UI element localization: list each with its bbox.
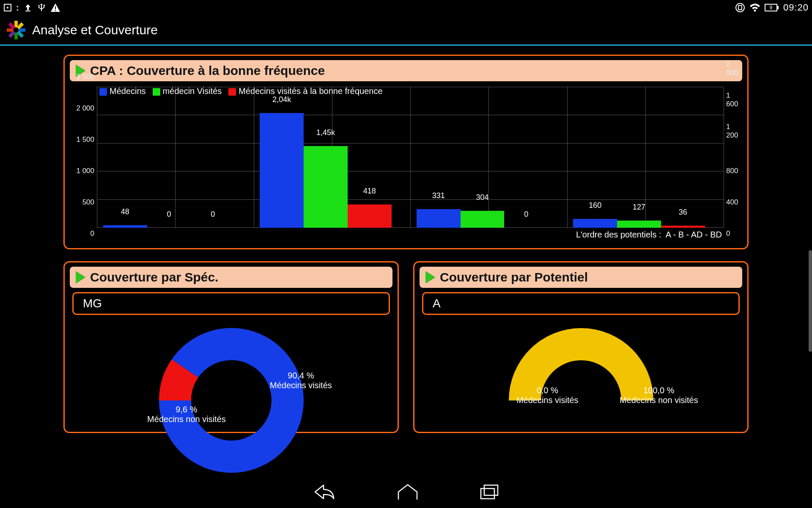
lbl-not-visited: Médecins non visités <box>147 414 226 424</box>
y-left-tick: 1 000 <box>76 167 94 175</box>
y-right-tick: 2 000 <box>726 60 742 77</box>
bar-label: 0 <box>211 210 215 219</box>
warning-icon <box>50 3 60 12</box>
card-pot-title: Couverture par Potentiel <box>440 270 588 284</box>
bar-label: 418 <box>363 187 376 196</box>
card-cpa-title: CPA : Couverture à la bonne fréquence <box>90 64 325 78</box>
pct-not-visited: 100,0 % <box>643 386 674 395</box>
bar-label: 2,04k <box>272 95 291 104</box>
svg-rect-5 <box>55 6 56 9</box>
card-potentiel: Couverture par Potentiel A 0,0 %Médecins… <box>413 261 749 433</box>
card-spec: Couverture par Spéc. MG 90,4 %Médecins v… <box>63 261 399 433</box>
svg-rect-4 <box>44 5 45 6</box>
battery-level: 9 <box>765 4 777 11</box>
svg-point-3 <box>38 5 39 6</box>
scrollbar[interactable] <box>809 250 812 352</box>
donut-spec: 90,4 %Médecins visités 9,6 %Médecins non… <box>70 320 392 426</box>
play-icon <box>425 271 435 283</box>
upload-icon <box>23 3 33 12</box>
bar-label: 36 <box>679 208 687 217</box>
bar <box>103 225 147 228</box>
svg-rect-6 <box>55 10 56 11</box>
bar-label: 160 <box>589 201 601 210</box>
bar-chart: 0 500 1 000 1 500 2 000 2 500 0 400 800 … <box>70 86 742 242</box>
y-left-tick: 2 000 <box>76 104 94 113</box>
screenshot-icon <box>3 3 12 12</box>
recent-apps-button[interactable] <box>478 483 500 503</box>
bar-label: 304 <box>476 193 488 202</box>
bar-label: 0 <box>167 210 171 219</box>
bar <box>617 221 661 228</box>
lbl-visited: Médecins visités <box>516 395 579 405</box>
svg-rect-20 <box>481 489 494 499</box>
action-bar: Analyse et Couverture <box>0 15 812 46</box>
bar <box>461 211 505 228</box>
rotate-lock-icon <box>735 3 745 13</box>
bar-label: 0 <box>524 210 528 219</box>
pot-subhead: A <box>422 292 740 315</box>
bar-label: 127 <box>633 203 645 212</box>
play-icon <box>76 271 85 283</box>
content-scroll[interactable]: CPA : Couverture à la bonne fréquence <box>0 47 812 478</box>
pct-not-visited: 9,6 % <box>176 405 197 414</box>
y-left-tick: 2 500 <box>76 73 94 81</box>
y-left-tick: 1 500 <box>76 135 94 144</box>
status-bar: : 9 09:20 <box>0 0 812 15</box>
pct-visited: 0,0 % <box>537 386 558 395</box>
wifi-icon <box>749 3 760 12</box>
svg-point-7 <box>736 3 744 12</box>
pct-visited: 90,4 % <box>288 371 314 380</box>
bar <box>304 146 348 228</box>
lbl-visited: Médecins visités <box>270 381 332 390</box>
spec-subhead: MG <box>72 292 390 315</box>
app-logo-icon <box>6 20 26 40</box>
svg-point-1 <box>7 7 8 8</box>
bar <box>573 219 617 228</box>
card-spec-title: Couverture par Spéc. <box>90 270 218 284</box>
svg-rect-8 <box>738 6 742 10</box>
bar <box>417 209 461 228</box>
battery-icon: 9 <box>765 4 779 11</box>
colon-icon: : <box>16 3 19 13</box>
y-right-tick: 0 <box>726 229 730 238</box>
bar-label: 1,45k <box>316 128 335 137</box>
card-spec-header: Couverture par Spéc. <box>70 267 392 288</box>
navigation-bar <box>0 478 812 508</box>
home-button[interactable] <box>396 483 419 503</box>
donut-pot: 0,0 %Médecins visités 100,0 %Médecins no… <box>420 320 742 426</box>
svg-point-9 <box>754 10 756 12</box>
page-title: Analyse et Couverture <box>32 23 158 37</box>
footnote: L'ordre des potentiels : A - B - AD - BD <box>576 230 722 240</box>
clock: 09:20 <box>783 2 809 13</box>
svg-rect-11 <box>777 6 779 9</box>
bar <box>661 226 705 228</box>
card-cpa: CPA : Couverture à la bonne fréquence <box>63 55 749 249</box>
bar <box>260 113 304 228</box>
y-right-tick: 1 600 <box>726 91 742 108</box>
svg-rect-21 <box>484 485 498 495</box>
bar-label: 48 <box>121 207 129 216</box>
bar-label: 331 <box>432 191 445 200</box>
card-cpa-header: CPA : Couverture à la bonne fréquence <box>70 60 742 81</box>
card-pot-header: Couverture par Potentiel <box>420 267 742 288</box>
svg-rect-2 <box>25 11 30 11</box>
y-right-tick: 1 200 <box>726 123 742 140</box>
y-left-tick: 0 <box>91 229 94 238</box>
back-button[interactable] <box>312 483 337 503</box>
y-left-tick: 500 <box>82 198 94 207</box>
y-right-tick: 400 <box>726 198 738 207</box>
y-right-tick: 800 <box>726 167 738 175</box>
usb-icon <box>37 3 46 13</box>
bar <box>348 204 392 228</box>
lbl-not-visited: Médecins non visités <box>620 395 698 405</box>
